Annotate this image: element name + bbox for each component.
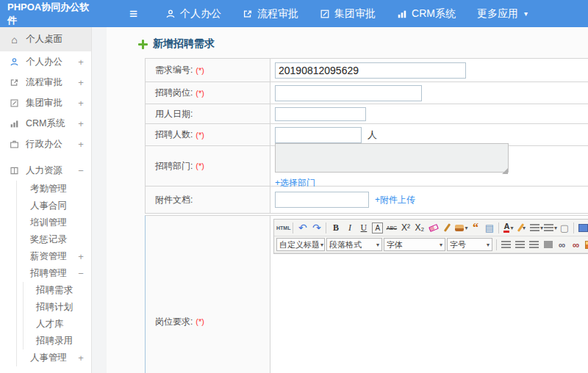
sidebar-item-personnel-mgmt[interactable]: 人事管理 + [17, 350, 91, 366]
toolbar-divider [326, 222, 326, 233]
paragraph-format-select[interactable]: 段落格式 ▾ [326, 238, 382, 251]
sidebar-item-admin-office[interactable]: 行政办公 + [0, 134, 91, 154]
sidebar-item-crm[interactable]: CRM系统 + [0, 113, 91, 134]
attachment-input[interactable] [275, 192, 369, 208]
font-size-select[interactable]: 字号 ▾ [447, 238, 492, 251]
sidebar-item-workflow-approval[interactable]: 流程审批 + [0, 72, 91, 93]
workflow-icon [243, 9, 253, 19]
new-page-icon[interactable]: ▢ [557, 221, 571, 235]
nav-more-apps[interactable]: 更多应用 ▾ [477, 7, 528, 21]
fullscreen-icon[interactable] [576, 221, 588, 235]
chevron-down-icon: ▾ [510, 225, 513, 231]
demand-no-input[interactable] [275, 62, 466, 79]
insert-link-icon[interactable]: ∞ [555, 238, 569, 252]
html-source-icon[interactable]: HTML [276, 221, 290, 235]
nav-group-approval[interactable]: 集团审批 [320, 7, 376, 21]
undo-icon[interactable]: ↶ [295, 221, 309, 235]
field-value-cell: +附件上传 [270, 186, 588, 213]
underline-icon[interactable]: U [356, 221, 370, 235]
field-value-cell: HTML ↶ ↷ B I U A ABC X² X₂ [270, 216, 588, 373]
sidebar-item-hr-contract[interactable]: 人事合同 [17, 198, 91, 214]
form-row-job-requirements: 岗位要求: (*) HTML ↶ ↷ B I U [145, 215, 588, 373]
edit-icon [320, 9, 330, 19]
book-icon [9, 166, 20, 175]
blockquote-icon[interactable]: “ [468, 221, 482, 235]
sidebar-item-recruit-mgmt[interactable]: 招聘管理 − [17, 265, 91, 282]
hamburger-icon[interactable]: ≡ [129, 7, 137, 21]
nav-crm[interactable]: CRM系统 [397, 7, 456, 21]
unordered-list-icon[interactable]: ▾ [543, 221, 557, 235]
sidebar-item-label: 招聘计划 [36, 301, 85, 314]
list-bars-icon [544, 224, 553, 231]
nav-workflow-approval[interactable]: 流程审批 [243, 7, 298, 21]
strikethrough-icon[interactable]: ABC [384, 221, 398, 235]
sidebar-item-label: 培训管理 [30, 217, 85, 229]
align-justify-icon[interactable] [541, 238, 555, 252]
custom-heading-select[interactable]: 自定义标题 ▾ [276, 238, 325, 251]
sidebar-item-talent-pool[interactable]: 人才库 [24, 316, 91, 333]
recruit-demand-form: 需求编号: (*) 招聘岗位: (*) [145, 58, 588, 373]
toolbar-divider [293, 222, 293, 233]
field-label: 岗位要求: [155, 316, 193, 328]
bold-icon[interactable]: B [329, 221, 343, 235]
sidebar-item-salary[interactable]: 薪资管理 + [17, 248, 91, 265]
subscript-icon[interactable]: X₂ [412, 221, 426, 235]
insert-image-icon[interactable] [583, 238, 588, 252]
workflow-icon [9, 78, 20, 87]
template-icon[interactable]: ▤ [482, 221, 496, 235]
font-family-select[interactable]: 字体 ▾ [384, 238, 445, 251]
sidebar-item-personal-office[interactable]: 个人办公 + [0, 51, 91, 72]
expand-icon: + [76, 118, 85, 129]
position-input[interactable] [275, 85, 422, 101]
fill-color-icon[interactable]: ▾ [454, 221, 468, 235]
sidebar-item-group-approval[interactable]: 集团审批 + [0, 93, 91, 113]
field-label-cell: 岗位要求: (*) [146, 216, 270, 373]
sidebar-item-rewards[interactable]: 奖惩记录 [17, 231, 91, 248]
superscript-icon[interactable]: X² [398, 221, 412, 235]
font-color-icon[interactable]: A▾ [501, 221, 515, 235]
headcount-input[interactable] [275, 127, 362, 143]
chevron-down-icon: ▾ [540, 225, 543, 231]
hire-date-input[interactable] [275, 107, 366, 121]
sidebar-item-attendance[interactable]: 考勤管理 [17, 181, 91, 198]
align-center-icon[interactable] [513, 238, 527, 252]
expand-icon: + [76, 139, 85, 150]
paint-icon [455, 225, 464, 231]
list-bars-icon [530, 224, 539, 231]
sidebar-item-human-resources[interactable]: 人力资源 − [0, 160, 91, 181]
remove-format-icon[interactable] [426, 221, 440, 235]
align-left-icon[interactable] [499, 238, 513, 252]
editor-toolbar-row2: 自定义标题 ▾ 段落格式 ▾ 字体 ▾ [274, 236, 588, 253]
sidebar-item-label: 个人办公 [26, 56, 76, 68]
highlight-icon[interactable]: ▾ [515, 221, 529, 235]
bar-chart-icon [397, 9, 407, 19]
sidebar-item-label: 集团审批 [26, 97, 76, 109]
department-textarea[interactable] [275, 143, 509, 173]
person-icon [165, 9, 176, 19]
font-style-icon[interactable]: A [372, 222, 383, 233]
field-label: 附件文档: [155, 194, 193, 206]
format-brush-icon[interactable] [440, 221, 454, 235]
field-label: 招聘岗位: [155, 87, 193, 99]
upload-attachment-link[interactable]: +附件上传 [375, 194, 415, 206]
resize-handle-icon[interactable] [502, 168, 508, 174]
sidebar-item-label: 行政办公 [26, 138, 76, 151]
nav-label: 更多应用 [477, 7, 518, 21]
justify-block-icon [544, 241, 553, 248]
align-right-icon[interactable] [527, 238, 541, 252]
italic-icon[interactable]: I [343, 221, 356, 235]
sidebar-item-recruit-demand[interactable]: 招聘需求 [24, 282, 91, 299]
nav-personal-office[interactable]: 个人办公 [165, 7, 221, 21]
ordered-list-icon[interactable]: ▾ [529, 221, 543, 235]
editor-toolbar-row1: HTML ↶ ↷ B I U A ABC X² X₂ [274, 220, 588, 236]
field-value-cell [270, 59, 588, 82]
remove-link-icon[interactable]: ∞ [569, 238, 583, 252]
sidebar-item-training[interactable]: 培训管理 [17, 214, 91, 231]
home-icon: ⌂ [9, 34, 20, 46]
sidebar-item-recruit-hire[interactable]: 招聘录用 [24, 333, 91, 350]
sidebar-item-desktop[interactable]: ⌂ 个人桌面 [0, 27, 91, 51]
toolbar-divider [498, 222, 499, 233]
field-label-cell: 附件文档: [146, 186, 270, 213]
sidebar-item-recruit-plan[interactable]: 招聘计划 [24, 299, 91, 316]
redo-icon[interactable]: ↷ [309, 221, 323, 235]
